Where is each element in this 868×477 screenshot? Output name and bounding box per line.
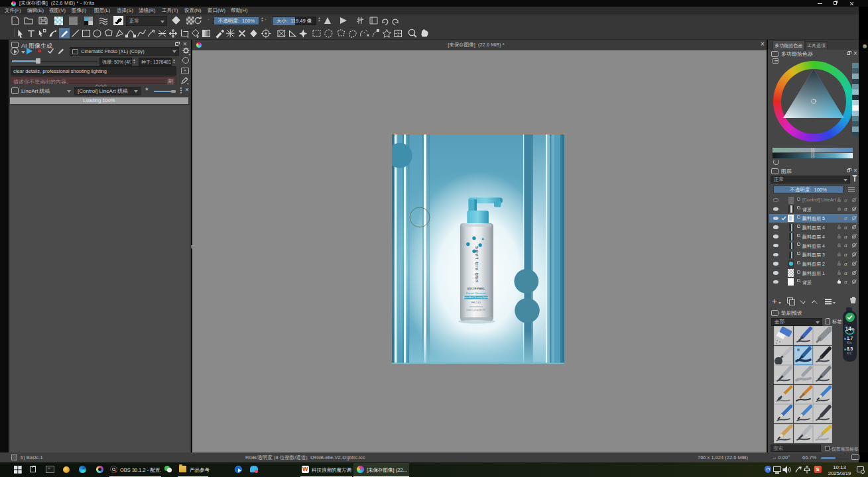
svg-text:UDIZRIFAEL: UDIZRIFAEL xyxy=(467,287,485,290)
svg-text:150ml / 5.1 fl.oz NET WT.: 150ml / 5.1 fl.oz NET WT. xyxy=(466,309,486,311)
svg-text:HSR AIR LABS: HSR AIR LABS xyxy=(474,246,479,283)
svg-text:PH5.5-6.5: PH5.5-6.5 xyxy=(471,301,481,304)
svg-text:Facial Cleanser: Facial Cleanser xyxy=(466,292,487,295)
svg-text:+: + xyxy=(188,52,191,56)
svg-text:+: + xyxy=(187,81,190,85)
svg-text:Amino-Acid Cleansing System: Amino-Acid Cleansing System xyxy=(464,296,489,299)
